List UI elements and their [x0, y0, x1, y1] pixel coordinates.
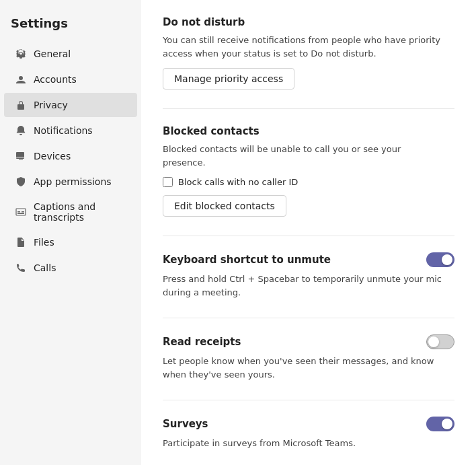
read-receipts-title: Read receipts [163, 336, 241, 348]
sidebar-item-files[interactable]: Files [4, 230, 137, 254]
divider-4 [163, 400, 454, 400]
surveys-title: Surveys [163, 418, 208, 430]
sidebar-item-label-general: General [34, 48, 71, 59]
settings-title: Settings [0, 11, 141, 41]
divider-3 [163, 318, 454, 318]
person-circle-icon [15, 73, 27, 85]
sidebar-item-devices[interactable]: Devices [4, 144, 137, 168]
svg-rect-1 [17, 211, 20, 213]
captions-icon [15, 206, 27, 218]
do-not-disturb-section: Do not disturb You can still receive not… [163, 16, 454, 90]
keyboard-shortcut-toggle[interactable] [426, 252, 454, 267]
gear-icon [15, 48, 27, 60]
shield-icon [15, 176, 27, 188]
surveys-toggle-row: Surveys [163, 417, 454, 431]
divider-1 [163, 108, 454, 109]
keyboard-shortcut-toggle-row: Keyboard shortcut to unmute [163, 252, 454, 267]
sidebar-item-label-privacy: Privacy [34, 100, 68, 110]
sidebar-item-label-captions: Captions and transcripts [34, 201, 126, 223]
block-calls-row: Block calls with no caller ID [163, 177, 454, 187]
devices-icon [15, 150, 27, 162]
file-icon [15, 236, 27, 248]
sidebar-item-label-accounts: Accounts [34, 74, 77, 85]
read-receipts-toggle-thumb [428, 336, 439, 347]
app-container: Settings General Accounts [0, 0, 476, 465]
sidebar: Settings General Accounts [0, 0, 141, 465]
svg-rect-3 [17, 213, 24, 215]
keyboard-shortcut-toggle-thumb [442, 254, 452, 265]
divider-2 [163, 236, 454, 236]
read-receipts-section: Read receipts Let people know when you'v… [163, 334, 454, 381]
sidebar-item-label-app-permissions: App permissions [34, 176, 112, 187]
keyboard-shortcut-title: Keyboard shortcut to unmute [163, 254, 331, 266]
sidebar-item-label-calls: Calls [34, 262, 56, 273]
sidebar-item-captions[interactable]: Captions and transcripts [4, 195, 137, 229]
sidebar-item-privacy[interactable]: Privacy [4, 93, 137, 117]
main-content: Do not disturb You can still receive not… [141, 0, 476, 465]
lock-icon [15, 99, 27, 111]
read-receipts-toggle-row: Read receipts [163, 334, 454, 349]
phone-icon [15, 262, 27, 274]
sidebar-item-notifications[interactable]: Notifications [4, 118, 137, 143]
manage-priority-access-button[interactable]: Manage priority access [163, 68, 294, 90]
sidebar-item-calls[interactable]: Calls [4, 256, 137, 280]
sidebar-item-general[interactable]: General [4, 42, 137, 66]
sidebar-item-app-permissions[interactable]: App permissions [4, 170, 137, 194]
blocked-contacts-section: Blocked contacts Blocked contacts will b… [163, 125, 454, 217]
blocked-contacts-description: Blocked contacts will be unable to call … [163, 143, 445, 169]
surveys-section: Surveys Participate in surveys from Micr… [163, 417, 454, 450]
keyboard-shortcut-description: Press and hold Ctrl + Spacebar to tempor… [163, 273, 445, 299]
sidebar-item-label-files: Files [34, 237, 54, 248]
bell-icon [15, 124, 27, 137]
block-calls-checkbox[interactable] [163, 177, 173, 187]
edit-blocked-contacts-button[interactable]: Edit blocked contacts [163, 195, 286, 217]
svg-rect-2 [22, 211, 24, 213]
keyboard-shortcut-section: Keyboard shortcut to unmute Press and ho… [163, 252, 454, 299]
read-receipts-description: Let people know when you've seen their m… [163, 355, 445, 381]
surveys-toggle-thumb [442, 419, 452, 429]
read-receipts-toggle[interactable] [426, 334, 454, 349]
sidebar-item-label-devices: Devices [34, 151, 71, 162]
sidebar-item-label-notifications: Notifications [34, 125, 93, 136]
surveys-description: Participate in surveys from Microsoft Te… [163, 437, 445, 450]
do-not-disturb-description: You can still receive notifications from… [163, 34, 445, 60]
blocked-contacts-title: Blocked contacts [163, 125, 454, 137]
block-calls-label[interactable]: Block calls with no caller ID [178, 177, 298, 187]
surveys-toggle[interactable] [426, 417, 454, 431]
do-not-disturb-title: Do not disturb [163, 16, 454, 28]
sidebar-item-accounts[interactable]: Accounts [4, 67, 137, 92]
